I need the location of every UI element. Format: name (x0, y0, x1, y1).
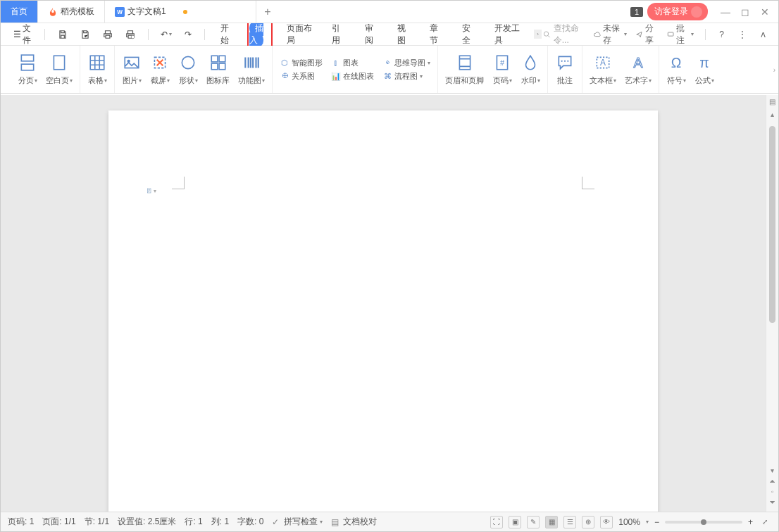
status-col[interactable]: 列: 1 (211, 516, 229, 528)
web-view-button[interactable]: ☰ (563, 516, 576, 528)
equation-button[interactable]: π公式▾ (694, 49, 714, 90)
status-row[interactable]: 行: 1 (185, 516, 202, 528)
outline-view-button[interactable]: ✎ (527, 516, 540, 528)
eye-care-button[interactable]: 👁 (600, 516, 613, 528)
collapse-ribbon-button[interactable]: ᴧ (758, 28, 768, 41)
page-break-button[interactable]: 分页▾ (18, 49, 37, 90)
page-number-button[interactable]: #页码▾ (492, 49, 512, 90)
menutab-view[interactable]: 视图 (392, 20, 416, 49)
relation-chart-button[interactable]: ᪠关系图 (280, 71, 323, 82)
header-footer-button[interactable]: 页眉和页脚 (445, 49, 484, 90)
tab-add-button[interactable]: + (256, 1, 279, 23)
minimize-button[interactable]: — (721, 6, 730, 18)
status-set-value[interactable]: 设置值: 2.5厘米 (118, 516, 176, 528)
chart-button[interactable]: ⫿图表 (331, 58, 374, 68)
print-preview-button[interactable] (123, 28, 138, 41)
menutab-security[interactable]: 安全 (456, 20, 480, 49)
fit-button[interactable]: ⤢ (759, 516, 771, 528)
close-button[interactable]: ✕ (760, 6, 770, 18)
spellcheck-button[interactable]: ✓拼写检查▾ (272, 516, 323, 528)
menutab-start[interactable]: 开始 (215, 20, 239, 49)
command-search[interactable]: 查找命令... (543, 23, 585, 46)
smart-graphic-button[interactable]: ⬡智能图形 (280, 58, 323, 68)
table-button[interactable]: 表格▾ (87, 49, 107, 90)
status-chars[interactable]: 字数: 0 (237, 516, 263, 528)
scroll-nav-buttons: ▾ ⏶ ◦ ⏷ (766, 467, 778, 506)
browse-object-button[interactable]: ◦ (771, 488, 774, 495)
blank-page-button[interactable]: 空白页▾ (46, 49, 73, 90)
login-button[interactable]: 访客登录 (647, 3, 708, 20)
header-footer-icon (455, 53, 475, 72)
ribbon-expand-button[interactable]: › (773, 65, 775, 73)
mindmap-button[interactable]: ࿃思维导图▾ (382, 58, 430, 68)
scroll-down-button[interactable]: ▾ (771, 467, 774, 474)
tab-document[interactable]: W 文字文稿1 (105, 1, 256, 23)
scroll-up-button[interactable]: ▴ (766, 110, 778, 118)
zoom-out-button[interactable]: − (654, 517, 659, 527)
wordart-button[interactable]: A艺术字▾ (625, 49, 652, 90)
icon-library-button[interactable]: 图标库 (206, 49, 230, 90)
picture-button[interactable]: 图片▾ (122, 49, 142, 90)
globe-view-button[interactable]: ⊕ (582, 516, 594, 528)
save-button[interactable] (55, 28, 70, 41)
redo-button[interactable]: ↷ (182, 28, 194, 41)
next-page-button[interactable]: ⏷ (769, 498, 776, 506)
screenshot-button[interactable]: 截屏▾ (150, 49, 170, 90)
proofread-button[interactable]: ▤文档校对 (331, 516, 377, 528)
undo-button[interactable]: ↶ ▾ (158, 28, 175, 41)
svg-point-20 (561, 61, 563, 62)
menutab-review[interactable]: 审阅 (359, 20, 383, 49)
svg-text:#: # (500, 58, 504, 67)
prev-page-button[interactable]: ⏶ (769, 477, 776, 485)
zoom-value[interactable]: 100% (618, 517, 640, 527)
page-canvas[interactable]: ▾ (108, 110, 658, 512)
page-options-button[interactable]: ▾ (147, 186, 156, 196)
more-button[interactable]: ⋮ (735, 28, 749, 41)
notification-badge[interactable]: 1 (630, 7, 643, 17)
status-section[interactable]: 节: 1/1 (85, 516, 109, 528)
share-label: 分享 (645, 23, 659, 46)
unsaved-button[interactable]: 未保存▾ (594, 23, 627, 46)
scroll-thumb[interactable] (769, 126, 775, 323)
tab-document-label: 文字文稿1 (127, 6, 166, 18)
status-page-no[interactable]: 页码: 1 (8, 516, 34, 528)
menutab-chapter[interactable]: 章节 (424, 20, 448, 49)
menutab-reference[interactable]: 引用 (326, 20, 350, 49)
textbox-button[interactable]: A文本框▾ (590, 49, 616, 90)
zoom-in-button[interactable]: + (748, 517, 753, 527)
flowchart-button[interactable]: ⌘流程图▾ (382, 71, 430, 82)
online-chart-button[interactable]: 📊在线图表 (331, 71, 374, 82)
zoom-slider-knob[interactable] (701, 519, 706, 525)
chevron-right-icon[interactable]: › (534, 30, 542, 39)
comment-button[interactable]: 批注 (555, 49, 575, 90)
document-area[interactable]: ▾ (1, 95, 766, 512)
menutab-insert[interactable]: 插入 (249, 20, 263, 48)
zoom-slider[interactable] (665, 521, 742, 524)
ruler-toggle-icon[interactable]: ▤ (766, 98, 778, 106)
maximize-button[interactable]: ◻ (740, 6, 750, 18)
fullscreen-button[interactable]: ⛶ (490, 516, 503, 528)
page-view-button[interactable]: ▦ (545, 516, 558, 528)
avatar-icon (691, 6, 702, 18)
function-chart-button[interactable]: 功能图▾ (238, 49, 265, 90)
hamburger-icon[interactable]: ☰ 文件 (11, 21, 35, 48)
menutab-pagelayout[interactable]: 页面布局 (281, 20, 318, 49)
read-view-button[interactable]: ▣ (509, 516, 521, 528)
shapes-button[interactable]: 形状▾ (178, 49, 198, 90)
status-pages[interactable]: 页面: 1/1 (42, 516, 75, 528)
scroll-track[interactable] (769, 126, 775, 455)
tab-templates[interactable]: 稻壳模板 (38, 1, 105, 23)
tab-home[interactable]: 首页 (1, 1, 38, 23)
flowchart-icon: ⌘ (382, 71, 392, 81)
help-button[interactable]: ? (716, 28, 727, 41)
svg-rect-15 (211, 63, 218, 70)
menutab-devtools[interactable]: 开发工具 (489, 20, 525, 49)
print-button[interactable] (100, 28, 116, 41)
annotate-button[interactable]: 批注▾ (667, 23, 694, 46)
vertical-scrollbar[interactable]: ▤ ▴ ▾ ⏶ ◦ ⏷ (766, 95, 778, 512)
share-button[interactable]: 分享 (635, 23, 658, 46)
watermark-button[interactable]: 水印▾ (521, 49, 540, 90)
save-as-button[interactable] (77, 28, 93, 41)
symbol-button[interactable]: Ω符号▾ (666, 49, 686, 90)
blank-page-icon (49, 53, 69, 72)
